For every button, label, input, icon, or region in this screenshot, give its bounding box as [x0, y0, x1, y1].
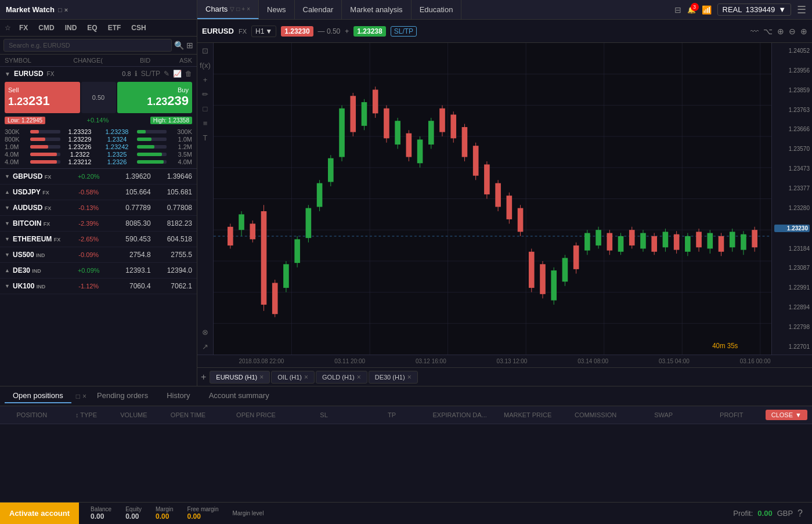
chart-tab-gold[interactable]: GOLD (H1) × [316, 371, 367, 384]
crosshair-icon[interactable]: ⊕ [800, 27, 807, 36]
square-icon[interactable]: □ [203, 104, 208, 113]
activate-account-button[interactable]: Activate account [0, 503, 79, 524]
tab-account-summary[interactable]: Account summary [201, 389, 277, 403]
order-book-row: 4.0M 1.2322 1.2325 3.5M [5, 151, 192, 158]
sidebar-tab-fx[interactable]: FX [15, 22, 33, 34]
sidebar-tab-eq[interactable]: EQ [82, 22, 102, 34]
svg-rect-46 [384, 109, 389, 139]
cursor-icon[interactable]: ⊡ [202, 46, 208, 55]
svg-rect-50 [406, 133, 412, 157]
share-icon[interactable]: ↗ [202, 342, 208, 351]
eurusd-spread-label: 0.8 [122, 70, 131, 77]
tab-market-analysis[interactable]: Market analysis [342, 0, 411, 19]
list-item[interactable]: ▲ USDJPY FX -0.58% 105.664 105.681 [0, 185, 197, 200]
help-icon[interactable]: ? [797, 508, 803, 519]
tab-history[interactable]: History [158, 389, 198, 403]
search-icon[interactable]: 🔍 [174, 41, 184, 50]
tab-history-label: History [167, 391, 190, 400]
sidebar-tab-ind[interactable]: IND [60, 22, 82, 34]
tab-charts[interactable]: Charts ▽ □ + × [197, 0, 259, 19]
window-icon[interactable]: □ [236, 6, 240, 12]
instrument-bid: 12393.1 [109, 266, 150, 274]
add-icon[interactable]: + [241, 6, 245, 12]
close-tab-icon[interactable]: × [357, 373, 361, 381]
plus-icon[interactable]: + [203, 75, 208, 84]
sidebar-tab-etf[interactable]: ETF [103, 22, 126, 34]
list-item[interactable]: ▲ DE30 IND +0.09% 12393.1 12394.0 [0, 263, 197, 279]
grid-view-icon[interactable]: ⊞ [186, 41, 193, 50]
tab-education[interactable]: Education [412, 0, 462, 19]
list-item[interactable]: ▼ GBPUSD FX +0.20% 1.39620 1.39646 [0, 169, 197, 185]
svg-rect-54 [428, 121, 434, 144]
sell-button[interactable]: Sell 1.23231 [5, 82, 80, 113]
fx-icon[interactable]: f(x) [200, 61, 211, 70]
candlestick-chart[interactable]: 40m 35s [214, 43, 771, 355]
tab-open-positions[interactable]: Open positions [5, 389, 71, 403]
eurusd-header[interactable]: ▼ EURUSD FX 0.8 ℹ SL/TP ✎ 📈 🗑 [0, 67, 197, 81]
indicator-tool-icon[interactable]: ⌥ [763, 27, 773, 36]
edit-icon[interactable]: ✎ [164, 70, 169, 78]
chart-tab-strip: + EURUSD (H1) × OIL (H1) × GOLD (H1) × D… [197, 367, 812, 386]
delete-icon[interactable]: 🗑 [185, 70, 192, 78]
svg-rect-68 [507, 196, 513, 219]
chart-sltp-label[interactable]: SL/TP [391, 26, 417, 37]
notification-bell[interactable]: 🔔 3 [687, 6, 696, 14]
layers-icon[interactable]: ⊗ [202, 328, 208, 337]
close-dropdown-icon: ▼ [795, 411, 802, 418]
list-item[interactable]: ▼ ETHEREUM FX -2.65% 590.453 604.518 [0, 232, 197, 247]
close-tab-icon[interactable]: × [259, 373, 264, 381]
timeframe-selector[interactable]: H1 ▼ [251, 26, 276, 37]
buy-bar [137, 153, 163, 156]
close-tab-icon[interactable]: × [407, 373, 412, 381]
instrument-name: AUDUSD FX [13, 204, 68, 212]
favorites-icon[interactable]: ☆ [5, 24, 11, 32]
zoom-in-icon[interactable]: ⊕ [777, 27, 784, 36]
tab-pending-orders[interactable]: Pending orders [89, 389, 156, 403]
add-chart-tab-icon[interactable]: + [201, 372, 206, 382]
buy-button[interactable]: Buy 1.23239 [117, 82, 193, 113]
line-icon[interactable]: ≡ [203, 119, 208, 128]
sidebar-tab-cmd[interactable]: CMD [34, 22, 59, 34]
order-book-row: 1.0M 1.23226 1.23242 1.2M [5, 143, 192, 150]
close-panel-icon[interactable]: × [82, 392, 86, 400]
svg-rect-44 [373, 90, 378, 114]
close-icon[interactable]: × [64, 6, 68, 13]
chart-icon[interactable]: 📈 [173, 70, 182, 78]
chevron-icon: ▲ [5, 189, 10, 195]
drawing-tool-icon[interactable]: 〰 [750, 27, 759, 36]
col-swap: SWAP [630, 411, 698, 418]
chart-pair-label: EURUSD [202, 27, 234, 35]
monitor-icon[interactable]: ⊟ [674, 5, 681, 15]
svg-rect-32 [306, 208, 312, 238]
svg-rect-84 [596, 230, 601, 245]
close-tab-icon[interactable]: × [247, 6, 250, 12]
text-icon[interactable]: T [203, 133, 208, 142]
svg-rect-22 [250, 223, 255, 239]
account-selector[interactable]: REAL 1339449 ▼ [717, 3, 791, 16]
chart-tab-de30[interactable]: DE30 (H1) × [369, 371, 418, 384]
instrument-bid: 7060.4 [109, 282, 150, 290]
close-all-button[interactable]: CLOSE ▼ [766, 410, 807, 420]
pen-icon[interactable]: ✏ [202, 90, 208, 99]
chart-tab-oil[interactable]: OIL (H1) × [271, 371, 315, 384]
svg-rect-56 [439, 109, 445, 132]
list-item[interactable]: ▼ BITCOIN FX -2.39% 8085.30 8182.23 [0, 216, 197, 232]
hamburger-menu-icon[interactable]: ☰ [797, 3, 806, 16]
list-item[interactable]: ▼ US500 IND -0.09% 2754.8 2755.5 [0, 247, 197, 263]
minimize-icon[interactable]: □ [58, 6, 62, 13]
search-input[interactable] [3, 39, 172, 52]
instrument-name: UK100 IND [13, 282, 68, 290]
window-icon[interactable]: □ [76, 392, 80, 400]
tab-calendar[interactable]: Calendar [295, 0, 342, 19]
close-tab-icon[interactable]: × [304, 373, 308, 381]
sidebar: ☆ FX CMD IND EQ ETF CSH 🔍 ⊞ SYMBOL CHANG… [0, 20, 197, 386]
list-item[interactable]: ▼ UK100 IND -1.12% 7060.4 7062.1 [0, 279, 197, 294]
svg-rect-110 [741, 234, 746, 250]
list-item[interactable]: ▼ AUDUSD FX -0.13% 0.77789 0.77808 [0, 200, 197, 216]
chart-tab-eurusd[interactable]: EURUSD (H1) × [210, 371, 270, 384]
info-icon[interactable]: ℹ [135, 70, 138, 78]
zoom-out-icon[interactable]: ⊖ [789, 27, 796, 36]
col-commission: COMMISSION [562, 411, 630, 418]
sidebar-tab-csh[interactable]: CSH [127, 22, 150, 34]
tab-news[interactable]: News [259, 0, 295, 19]
